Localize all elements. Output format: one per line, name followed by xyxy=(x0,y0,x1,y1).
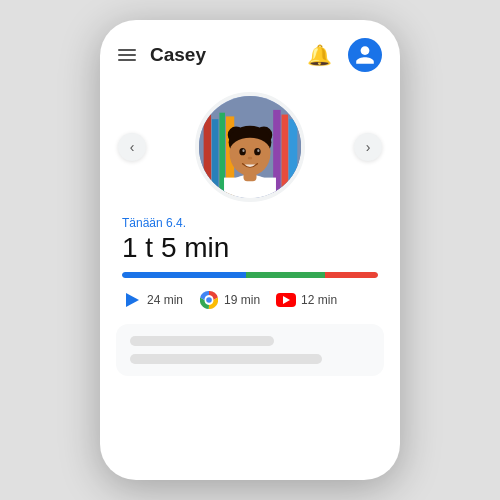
progress-green xyxy=(246,272,324,278)
svg-point-16 xyxy=(239,148,245,155)
play-store-icon xyxy=(122,290,142,310)
avatar-icon xyxy=(354,44,376,66)
usage-progress-bar xyxy=(122,272,378,278)
youtube-stat: 12 min xyxy=(276,290,337,310)
svg-point-18 xyxy=(242,149,244,152)
app-stats-row: 24 min 19 min xyxy=(122,290,378,310)
stats-date: Tänään 6.4. xyxy=(122,216,378,230)
youtube-icon xyxy=(276,293,296,307)
stats-time: 1 t 5 min xyxy=(122,232,378,264)
chrome-duration: 19 min xyxy=(224,293,260,307)
play-store-stat: 24 min xyxy=(122,290,183,310)
profile-next-button[interactable]: › xyxy=(354,133,382,161)
progress-blue xyxy=(122,272,246,278)
bottom-card xyxy=(116,324,384,376)
progress-red xyxy=(325,272,378,278)
svg-rect-7 xyxy=(289,119,297,198)
svg-point-15 xyxy=(230,138,271,166)
svg-rect-2 xyxy=(212,119,218,198)
youtube-play-icon xyxy=(283,296,290,304)
user-avatar[interactable] xyxy=(348,38,382,72)
skeleton-line-2 xyxy=(130,354,322,364)
svg-point-17 xyxy=(254,148,260,155)
svg-point-20 xyxy=(248,157,253,160)
youtube-icon-wrapper xyxy=(276,290,296,310)
page-title: Casey xyxy=(150,44,299,66)
svg-rect-1 xyxy=(204,115,211,198)
chrome-icon-wrapper xyxy=(199,290,219,310)
svg-rect-6 xyxy=(282,115,288,198)
phone-shell: Casey 🔔 ‹ xyxy=(100,20,400,480)
bell-icon[interactable]: 🔔 xyxy=(307,43,332,67)
chrome-icon xyxy=(200,291,218,309)
hamburger-icon[interactable] xyxy=(118,49,136,61)
play-triangle-icon xyxy=(126,293,139,307)
header: Casey 🔔 xyxy=(100,20,400,82)
chrome-stat: 19 min xyxy=(199,290,260,310)
svg-point-19 xyxy=(257,149,259,152)
profile-portrait xyxy=(199,96,301,198)
svg-point-24 xyxy=(206,297,212,303)
play-store-duration: 24 min xyxy=(147,293,183,307)
stats-section: Tänään 6.4. 1 t 5 min 24 min xyxy=(100,216,400,310)
skeleton-line-1 xyxy=(130,336,274,346)
profile-prev-button[interactable]: ‹ xyxy=(118,133,146,161)
profile-photo xyxy=(195,92,305,202)
youtube-duration: 12 min xyxy=(301,293,337,307)
profile-section: ‹ xyxy=(100,82,400,216)
